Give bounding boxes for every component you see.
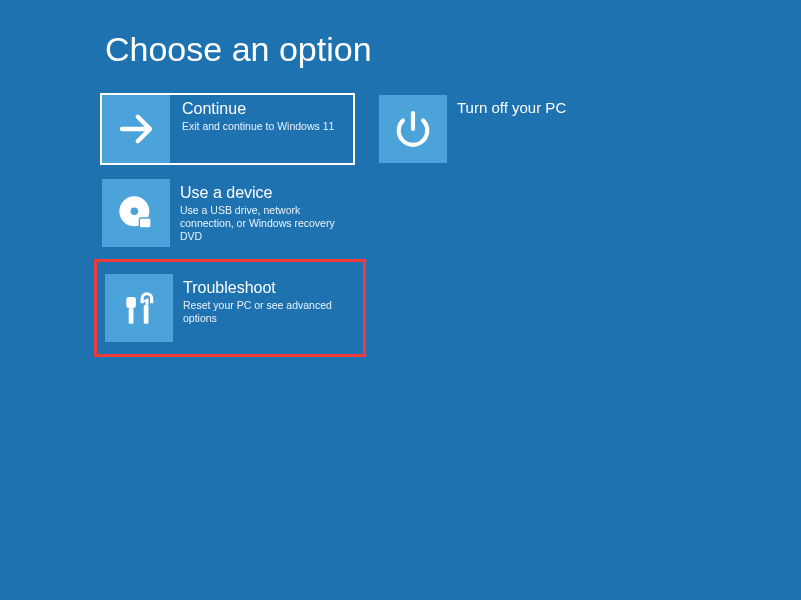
options-row-1: Continue Exit and continue to Windows 11… [100,93,801,165]
tools-icon [105,274,173,342]
continue-title: Continue [182,99,334,118]
troubleshoot-option[interactable]: Troubleshoot Reset your PC or see advanc… [103,272,358,344]
options-row-2: Use a device Use a USB drive, network co… [100,177,801,249]
usedevice-text: Use a device Use a USB drive, network co… [170,177,355,249]
poweroff-title: Turn off your PC [457,99,566,117]
svg-point-3 [131,208,139,216]
troubleshoot-highlight: Troubleshoot Reset your PC or see advanc… [94,259,366,357]
svg-rect-7 [144,305,149,324]
page-title: Choose an option [105,0,801,69]
usedevice-option[interactable]: Use a device Use a USB drive, network co… [100,177,355,249]
svg-rect-5 [129,308,134,324]
continue-text: Continue Exit and continue to Windows 11 [172,93,340,165]
power-icon [379,95,447,163]
usedevice-desc: Use a USB drive, network connection, or … [180,204,349,243]
troubleshoot-desc: Reset your PC or see advanced options [183,299,352,325]
svg-rect-4 [139,218,151,228]
troubleshoot-text: Troubleshoot Reset your PC or see advanc… [173,272,358,344]
poweroff-text: Turn off your PC [447,93,572,165]
options-list: Continue Exit and continue to Windows 11… [100,93,801,357]
continue-desc: Exit and continue to Windows 11 [182,120,334,133]
disc-icon [102,179,170,247]
continue-option[interactable]: Continue Exit and continue to Windows 11 [100,93,355,165]
poweroff-option[interactable]: Turn off your PC [377,93,577,165]
arrow-right-icon [102,95,170,163]
usedevice-title: Use a device [180,183,349,202]
troubleshoot-title: Troubleshoot [183,278,352,297]
svg-rect-6 [126,297,135,308]
